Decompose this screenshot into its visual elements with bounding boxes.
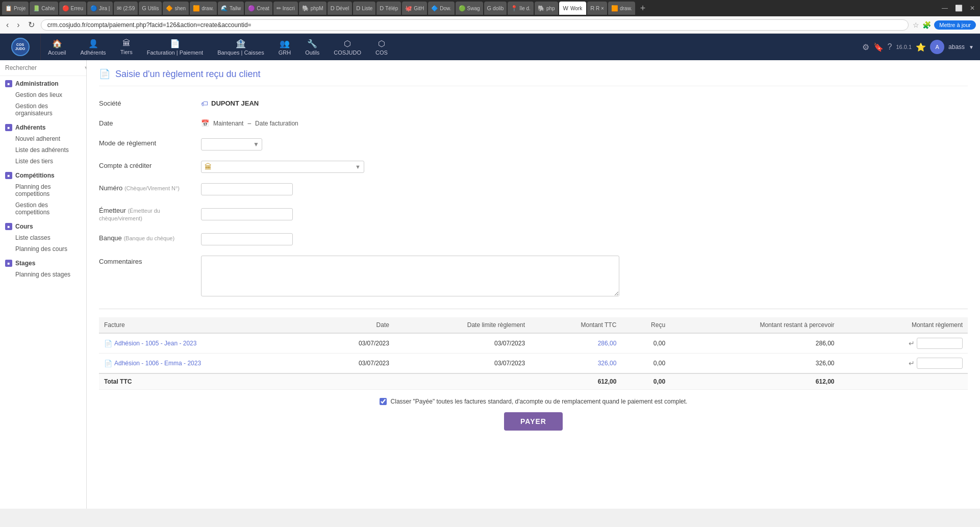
nav-adherents[interactable]: 👤 Adhérents xyxy=(73,34,113,60)
payment-form: Société 🏷 DUPONT JEAN Date 📅 Maintenant … xyxy=(99,96,558,298)
page-header: 📄 Saisie d'un règlement reçu du client xyxy=(99,68,968,86)
bookmark-app-icon[interactable]: 🔖 xyxy=(873,42,884,52)
nav-cosjudo[interactable]: ⬡ COSJUDO xyxy=(326,34,368,60)
browser-tab-active[interactable]: W Work xyxy=(559,2,587,15)
company-icon: 🏷 xyxy=(201,99,208,108)
classer-payee-checkbox[interactable] xyxy=(380,398,387,405)
nav-facturation[interactable]: 📄 Facturation | Paiement xyxy=(140,34,210,60)
maximize-button[interactable]: ⬜ xyxy=(952,5,966,12)
browser-tab[interactable]: 🟢 Swag xyxy=(456,2,483,15)
minimize-button[interactable]: — xyxy=(939,5,951,12)
payer-button[interactable]: PAYER xyxy=(504,412,563,431)
address-bar-input[interactable] xyxy=(41,19,909,31)
nav-grh-label: GRH xyxy=(279,49,291,56)
sidebar-item-planning-cours[interactable]: Planning des cours xyxy=(5,243,81,255)
forward-button[interactable]: › xyxy=(15,19,21,31)
browser-tab[interactable]: R R × xyxy=(587,2,607,15)
fill-icon-2[interactable]: ↵ xyxy=(909,359,915,367)
browser-tab[interactable]: 🔷 Dow. xyxy=(428,2,454,15)
nav-outils[interactable]: 🔧 Outils xyxy=(298,34,326,60)
sidebar-item-gestion-lieux[interactable]: Gestion des lieux xyxy=(5,89,81,101)
account-field[interactable]: 🏛 ▼ xyxy=(201,161,364,173)
mettre-a-jour-button[interactable]: Mettre à jour xyxy=(934,20,976,30)
browser-tab[interactable]: ✉ (2:59 xyxy=(114,2,138,15)
date-now: Maintenant xyxy=(213,120,243,127)
sidebar-item-nouvel-adherent[interactable]: Nouvel adherent xyxy=(5,133,81,144)
browser-tab[interactable]: G Utilis xyxy=(139,2,162,15)
browser-tab[interactable]: 🟣 Creat xyxy=(245,2,272,15)
browser-tab[interactable]: 📋 Proje xyxy=(2,2,29,15)
row1-reglement[interactable]: ↵ xyxy=(840,333,968,354)
invoice-table-body: 📄 Adhésion - 1005 - Jean - 2023 03/07/20… xyxy=(99,333,968,390)
sidebar-item-planning-stages[interactable]: Planning des stages xyxy=(5,269,81,280)
browser-tab[interactable]: D Télép xyxy=(376,2,401,15)
amount-input-2[interactable] xyxy=(917,358,963,369)
mode-reglement-select[interactable]: Chèque Virement Espèce CB xyxy=(201,138,262,150)
sidebar-item-liste-adherents[interactable]: Liste des adhérents xyxy=(5,144,81,156)
browser-tab[interactable]: 🔴 Erreu xyxy=(59,2,86,15)
user-dropdown-icon[interactable]: ▼ xyxy=(969,44,974,50)
banque-value[interactable] xyxy=(201,231,619,247)
browser-tab[interactable]: 🐘 phpM xyxy=(299,2,326,15)
browser-tab[interactable]: ✏ Inscri xyxy=(273,2,298,15)
sidebar-item-liste-tiers[interactable]: Liste des tiers xyxy=(5,156,81,167)
browser-tab[interactable]: D Liste xyxy=(353,2,375,15)
bank-icon: 🏛 xyxy=(205,163,212,171)
commentaires-textarea[interactable] xyxy=(201,256,619,296)
browser-tab[interactable]: 🐘 php xyxy=(535,2,558,15)
nav-cos-label: COS xyxy=(375,49,388,56)
sidebar-section-cours: ■ Cours Liste classes Planning des cours xyxy=(0,219,86,256)
user-avatar[interactable]: A xyxy=(930,40,944,54)
banque-input[interactable] xyxy=(201,233,293,245)
browser-tab[interactable]: G dolib xyxy=(484,2,507,15)
bookmark-icon[interactable]: ☆ xyxy=(913,21,919,29)
emetteur-value[interactable] xyxy=(201,204,619,225)
nav-accueil-label: Accueil xyxy=(48,49,66,56)
new-tab-button[interactable]: + xyxy=(636,3,650,14)
commentaires-value[interactable] xyxy=(201,254,619,298)
sidebar-item-gestion-organisateurs[interactable]: Gestion des organisateurs xyxy=(5,101,81,119)
sidebar-search[interactable]: ▼ xyxy=(0,60,86,76)
nav-grh[interactable]: 👥 GRH xyxy=(271,34,298,60)
settings-icon[interactable]: ⚙ xyxy=(862,42,869,52)
sidebar-item-liste-classes[interactable]: Liste classes xyxy=(5,232,81,243)
browser-tab[interactable]: 🌊 Tailw xyxy=(218,2,244,15)
nav-tiers[interactable]: 🏛 Tiers xyxy=(113,34,140,60)
sidebar-search-input[interactable] xyxy=(5,64,82,71)
browser-tab[interactable]: 🐙 GitH xyxy=(402,2,427,15)
amount-input-1[interactable] xyxy=(917,338,963,349)
browser-tab[interactable]: 📗 Cahie xyxy=(30,2,58,15)
reload-button[interactable]: ↻ xyxy=(26,19,37,31)
sidebar-item-planning-competitions[interactable]: Planning des competitions xyxy=(5,181,81,199)
numero-value[interactable] xyxy=(201,181,619,197)
emetteur-input[interactable] xyxy=(201,208,293,220)
mode-reglement-value[interactable]: Chèque Virement Espèce CB ▼ xyxy=(201,136,619,153)
close-button[interactable]: ✕ xyxy=(967,5,978,12)
numero-input[interactable] xyxy=(201,183,293,195)
row2-reglement[interactable]: ↵ xyxy=(840,354,968,374)
browser-tab[interactable]: 📍 île d. xyxy=(508,2,534,15)
outils-icon: 🔧 xyxy=(307,39,317,48)
nav-banques[interactable]: 🏦 Banques | Caisses xyxy=(210,34,271,60)
compte-crediter-label: Compte à créditer xyxy=(99,159,201,175)
star-icon[interactable]: ⭐ xyxy=(916,42,926,52)
browser-tab[interactable]: 🔶 shen xyxy=(163,2,189,15)
version-label: 16.0.1 xyxy=(896,44,912,50)
row1-facture: 📄 Adhésion - 1005 - Jean - 2023 xyxy=(99,333,313,354)
facturation-icon: 📄 xyxy=(170,39,180,48)
invoice-link-1[interactable]: 📄 Adhésion - 1005 - Jean - 2023 xyxy=(104,340,308,347)
back-button[interactable]: ‹ xyxy=(4,19,11,31)
extensions-icon[interactable]: 🧩 xyxy=(922,21,931,29)
nav-cos[interactable]: ⬡ COS xyxy=(368,34,395,60)
col-facture: Facture xyxy=(99,317,313,333)
help-icon[interactable]: ? xyxy=(888,42,892,52)
sidebar-item-gestion-competitions[interactable]: Gestion des competitions xyxy=(5,199,81,218)
browser-tab[interactable]: 🔵 Jira | xyxy=(87,2,113,15)
compte-crediter-value[interactable]: 🏛 ▼ xyxy=(201,159,619,175)
invoice-link-2[interactable]: 📄 Adhésion - 1006 - Emma - 2023 xyxy=(104,360,308,367)
browser-tab[interactable]: 🟧 draw. xyxy=(190,2,217,15)
fill-icon-1[interactable]: ↵ xyxy=(909,339,915,347)
browser-tab[interactable]: D Dével xyxy=(328,2,353,15)
browser-tab[interactable]: 🟧 draw. xyxy=(608,2,635,15)
nav-accueil[interactable]: 🏠 Accueil xyxy=(41,34,73,60)
